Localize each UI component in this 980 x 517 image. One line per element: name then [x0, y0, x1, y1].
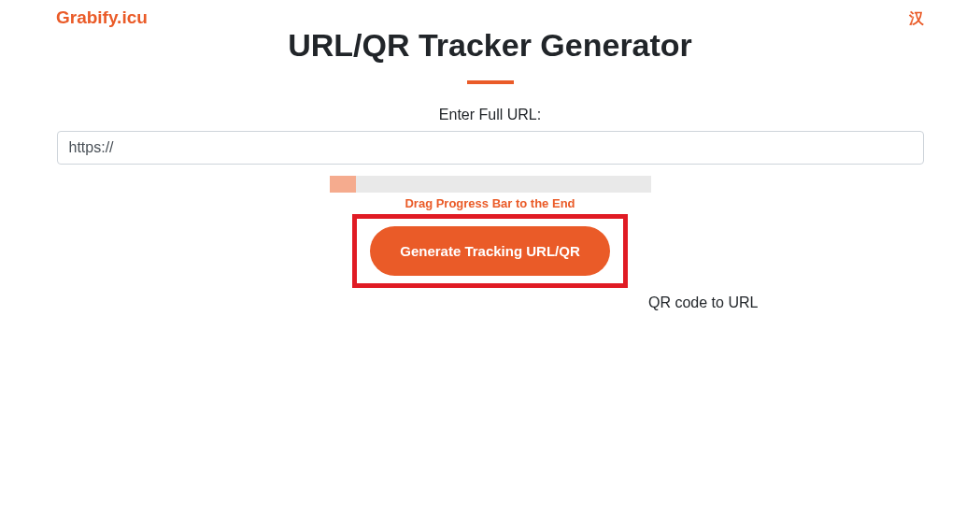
generate-button[interactable]: Generate Tracking URL/QR: [370, 226, 610, 276]
button-highlight-box: Generate Tracking URL/QR: [352, 214, 628, 288]
url-input[interactable]: [57, 131, 924, 165]
captcha-slider-handle[interactable]: [330, 176, 356, 193]
title-divider: [467, 80, 514, 84]
brand-logo[interactable]: Grabify.icu: [56, 7, 148, 28]
qr-to-url-link[interactable]: QR code to URL: [648, 294, 758, 311]
page-title: URL/QR Tracker Generator: [0, 27, 980, 64]
slider-hint: Drag Progress Bar to the End: [0, 196, 980, 210]
captcha-slider-track[interactable]: [330, 176, 651, 193]
language-switch[interactable]: 汉: [909, 9, 924, 29]
url-input-label: Enter Full URL:: [0, 107, 980, 123]
